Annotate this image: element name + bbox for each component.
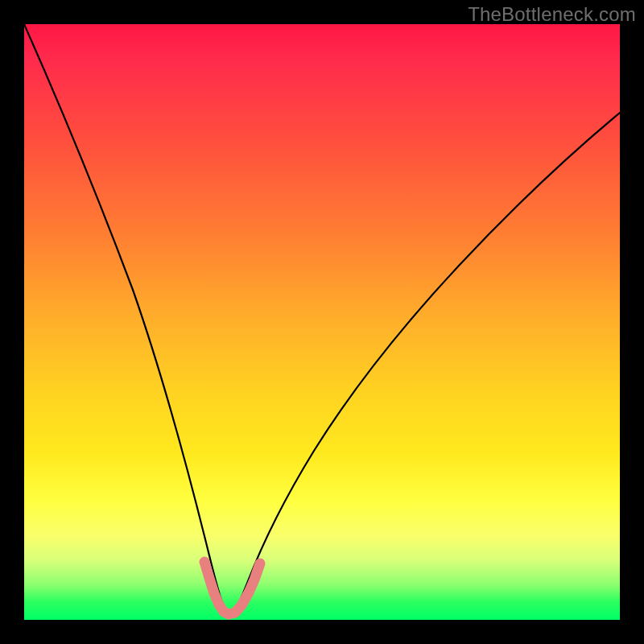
plot-area <box>24 24 620 620</box>
curve-line <box>24 24 620 616</box>
chart-svg <box>24 24 620 620</box>
figure-container: TheBottleneck.com <box>0 0 644 644</box>
watermark-text: TheBottleneck.com <box>468 3 636 26</box>
